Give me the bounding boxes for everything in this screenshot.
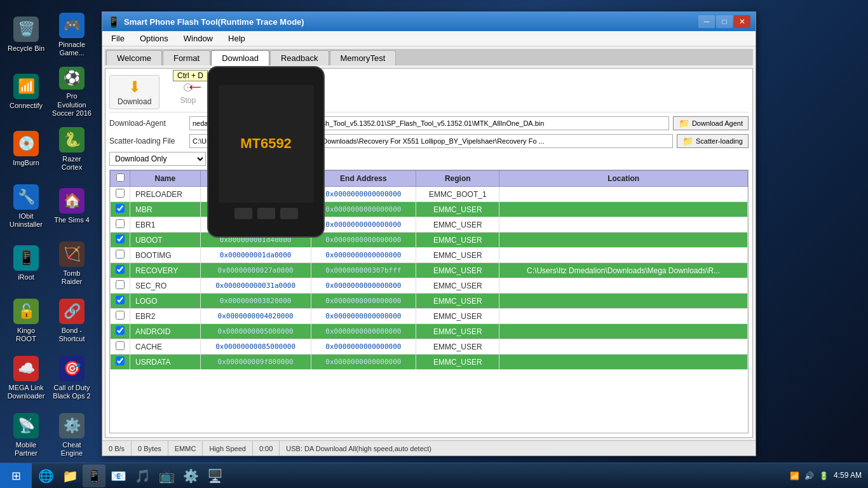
cell-region-10: EMMC_USER: [416, 339, 499, 355]
cell-begin-4: 0x000000001da0000: [200, 248, 311, 263]
pro-evolution-label: Pro Evolution Soccer 2016: [52, 92, 92, 118]
row-checkbox-0[interactable]: [116, 189, 125, 198]
row-checkbox-10[interactable]: [116, 341, 125, 350]
maximize-button[interactable]: □: [716, 15, 733, 28]
taskbar-email[interactable]: 📧: [107, 464, 130, 487]
desktop-icon-razer[interactable]: 🐍 Razer Cortex: [49, 121, 95, 178]
taskbar-bluestacks[interactable]: 📺: [155, 464, 178, 487]
kingo-root-label: Kingo ROOT: [6, 327, 46, 343]
desktop-icon-pinnacle[interactable]: 🎮 Pinnacle Game...: [49, 6, 95, 64]
start-button[interactable]: ⊞: [0, 463, 32, 489]
menu-help[interactable]: Help: [222, 32, 252, 44]
row-checkbox-5[interactable]: [116, 265, 125, 274]
desktop-icon-mega-link[interactable]: ☁️ MEGA Link Downloader: [3, 349, 49, 407]
table-row: BOOTIMG 0x000000001da0000 0x000000000000…: [111, 248, 748, 263]
taskbar-battery-icon: 🔋: [819, 471, 829, 480]
action-button-row: Ctrl + D ⬇ Download ⊙ Stop ← Hit this Bu…: [109, 72, 749, 112]
col-header-region: Region: [416, 171, 499, 187]
taskbar-icons: 🌐 📁 📱 📧 🎵 📺 ⚙️ 🖥️: [32, 464, 783, 487]
desktop-icon-pro-evolution[interactable]: ⚽ Pro Evolution Soccer 2016: [49, 64, 95, 121]
title-left: 📱 Smart Phone Flash Tool(Runtime Trace M…: [107, 16, 304, 28]
status-bytes: 0 Bytes: [132, 441, 168, 456]
tab-readback[interactable]: Readback: [270, 50, 329, 65]
scatter-button[interactable]: 📁 Scatter-loading: [677, 134, 749, 148]
desktop-icon-connectify[interactable]: 📶 Connectify: [3, 64, 49, 121]
select-all-checkbox[interactable]: [116, 173, 125, 182]
tab-format[interactable]: Format: [163, 50, 210, 65]
row-checkbox-2[interactable]: [116, 219, 125, 228]
iroot-icon: 📱: [13, 245, 39, 271]
row-checkbox-6[interactable]: [116, 280, 125, 289]
scatter-folder-icon: 📁: [682, 136, 693, 146]
desktop-icon-sims4[interactable]: 🏠 The Sims 4: [49, 178, 95, 235]
cell-end-8: 0x0000000000000000: [311, 309, 416, 324]
cell-end-10: 0x0000000000000000: [311, 339, 416, 355]
cell-name-4: BOOTIMG: [130, 248, 201, 263]
taskbar-monitor[interactable]: 🖥️: [203, 464, 226, 487]
cell-end-9: 0x0000000000000000: [311, 324, 416, 339]
row-checkbox-3[interactable]: [116, 234, 125, 243]
download-mode-select[interactable]: Download Only Format All + Download Firm…: [109, 152, 206, 166]
taskbar-flash[interactable]: 📱: [83, 464, 105, 487]
tab-memorytest[interactable]: MemoryTest: [330, 50, 397, 65]
taskbar-ie[interactable]: 🌐: [34, 464, 57, 487]
taskbar-media[interactable]: 🎵: [131, 464, 154, 487]
close-button[interactable]: ✕: [734, 15, 750, 28]
menu-file[interactable]: File: [105, 32, 131, 44]
menu-options[interactable]: Options: [133, 32, 175, 44]
desktop-icon-black-ops[interactable]: 🎯 Call of Duty Black Ops 2: [49, 349, 95, 407]
taskbar-clock[interactable]: 4:59 AM: [834, 471, 862, 481]
row-checkbox-8[interactable]: [116, 311, 125, 320]
phone-home-btn: [257, 208, 275, 219]
row-checkbox-7[interactable]: [116, 295, 125, 304]
tab-welcome[interactable]: Welcome: [106, 50, 162, 65]
cell-region-5: EMMC_USER: [416, 263, 499, 278]
scatter-loading-row: Scatter-loading File 📁 Scatter-loading: [109, 134, 749, 148]
cell-end-11: 0x0000000000000000: [311, 355, 416, 370]
download-agent-button[interactable]: 📁 Download Agent: [673, 116, 749, 130]
taskbar-settings[interactable]: ⚙️: [179, 464, 202, 487]
cell-region-9: EMMC_USER: [416, 324, 499, 339]
download-button[interactable]: ⬇ Download: [109, 75, 159, 109]
cell-location-0: [499, 187, 748, 202]
scatter-label: Scatter-loading File: [109, 137, 186, 146]
row-checkbox-11[interactable]: [116, 356, 125, 365]
pinnacle-label: Pinnacle Game...: [52, 41, 92, 57]
col-header-end: End Address: [311, 171, 416, 187]
cell-region-8: EMMC_USER: [416, 309, 499, 324]
minimize-button[interactable]: ─: [698, 15, 715, 28]
desktop-icon-iobit[interactable]: 🔧 IObit Uninstaller: [3, 178, 49, 235]
dropdown-row: Download Only Format All + Download Firm…: [109, 152, 749, 166]
desktop-icon-tomb-raider[interactable]: 🏹 Tomb Raider: [49, 235, 95, 292]
cell-region-6: EMMC_USER: [416, 278, 499, 294]
desktop-icon-recycle-bin[interactable]: 🗑️ Recycle Bin: [3, 6, 49, 64]
desktop-icon-bond[interactable]: 🔗 Bond - Shortcut: [49, 292, 95, 349]
sims4-icon: 🏠: [59, 188, 85, 214]
desktop-icon-imgburn[interactable]: 💿 ImgBurn: [3, 121, 49, 178]
phone-buttons: [234, 208, 298, 219]
desktop: 🗑️ Recycle Bin 🎮 Pinnacle Game... 📶 Conn…: [0, 0, 868, 488]
cell-begin-6: 0x000000000031a0000: [200, 278, 311, 294]
cell-name-11: USRDATA: [130, 355, 201, 370]
taskbar-explorer[interactable]: 📁: [58, 464, 81, 487]
cell-end-1: 0x0000000000000000: [311, 202, 416, 217]
desktop-icon-iroot[interactable]: 📱 iRoot: [3, 235, 49, 292]
phone-display: MT6592: [207, 68, 325, 238]
menu-window[interactable]: Window: [177, 32, 219, 44]
desktop-icon-cheat-engine[interactable]: ⚙️ Cheat Engine: [49, 407, 95, 464]
cell-end-6: 0x0000000000000000: [311, 278, 416, 294]
cell-location-2: [499, 217, 748, 233]
taskbar: ⊞ 🌐 📁 📱 📧 🎵 📺 ⚙️ 🖥️ 📶 🔊 🔋 4:59 AM: [0, 463, 868, 488]
cell-region-7: EMMC_USER: [416, 294, 499, 309]
row-checkbox-9[interactable]: [116, 326, 125, 335]
cell-begin-11: 0x000000009f800000: [200, 355, 311, 370]
taskbar-volume-icon: 🔊: [804, 471, 814, 480]
cell-name-6: SEC_RO: [130, 278, 201, 294]
row-checkbox-4[interactable]: [116, 250, 125, 259]
kingo-root-icon: 🔓: [13, 299, 39, 324]
row-checkbox-1[interactable]: [116, 204, 125, 213]
desktop-icon-kingo-root[interactable]: 🔓 Kingo ROOT: [3, 292, 49, 349]
desktop-icon-mobile-partner[interactable]: 📡 Mobile Partner: [3, 407, 49, 464]
tab-download[interactable]: Download: [211, 50, 269, 65]
cell-end-4: 0x0000000000000000: [311, 248, 416, 263]
